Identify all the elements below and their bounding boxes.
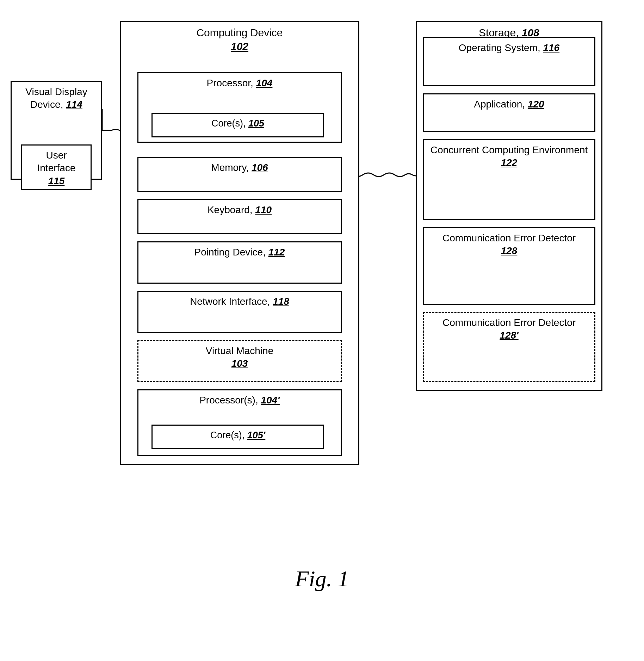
cores-label: Core(s),: [211, 118, 248, 129]
pointing-device-box: Pointing Device, 112: [137, 241, 342, 284]
cores-bottom-box: Core(s), 105': [151, 425, 324, 449]
operating-system-label: Operating System,: [459, 42, 543, 53]
cores-ref: 105: [248, 118, 264, 129]
memory-ref: 106: [252, 162, 268, 173]
processor-label: Processor,: [207, 78, 256, 88]
keyboard-box: Keyboard, 110: [137, 199, 342, 234]
comm-error-solid-label: Communication Error Detector: [442, 233, 576, 243]
virtual-machine-label: Virtual Machine: [206, 345, 273, 356]
network-interface-label: Network Interface,: [190, 296, 273, 307]
virtual-machine-box: Virtual Machine 103: [137, 340, 342, 382]
operating-system-box: Operating System, 116: [423, 37, 595, 86]
user-interface-box: User Interface 115: [21, 144, 92, 190]
keyboard-label: Keyboard,: [208, 204, 255, 215]
pointing-device-ref: 112: [268, 247, 285, 258]
processors-bottom-label: Processor(s),: [199, 395, 261, 406]
memory-box: Memory, 106: [137, 157, 342, 192]
processors-bottom-ref: 104': [261, 395, 279, 406]
cores-box: Core(s), 105: [151, 113, 324, 137]
concurrent-computing-label: Concurrent Computing Environment: [431, 144, 588, 155]
cores-bottom-ref: 105': [247, 430, 265, 440]
network-interface-box: Network Interface, 118: [137, 291, 342, 333]
operating-system-ref: 116: [543, 42, 559, 53]
concurrent-computing-ref: 122: [501, 157, 518, 168]
comm-error-dashed-label: Communication Error Detector: [442, 317, 576, 328]
concurrent-computing-box: Concurrent Computing Environment 122: [423, 139, 595, 220]
application-label: Application,: [474, 99, 528, 110]
comm-error-dashed-ref: 128': [500, 330, 518, 341]
comm-error-solid-box: Communication Error Detector 128: [423, 227, 595, 305]
user-interface-ref: 115: [48, 175, 65, 186]
pointing-device-label: Pointing Device,: [194, 247, 268, 258]
virtual-machine-ref: 103: [231, 358, 248, 369]
application-ref: 120: [528, 99, 544, 110]
visual-display-ref: 114: [66, 99, 82, 110]
network-interface-ref: 118: [273, 296, 289, 307]
processor-ref: 104: [256, 78, 273, 88]
figure-caption: Fig. 1: [0, 566, 644, 592]
fig-caption-text: Fig. 1: [295, 566, 349, 591]
user-interface-label: User Interface: [37, 150, 76, 173]
application-box: Application, 120: [423, 93, 595, 132]
comm-error-dashed-box: Communication Error Detector 128': [423, 312, 595, 382]
comm-error-solid-ref: 128: [501, 245, 518, 256]
keyboard-ref: 110: [255, 204, 272, 215]
cores-bottom-label: Core(s),: [210, 430, 247, 440]
memory-label: Memory,: [211, 162, 252, 173]
computing-device-ref: 102: [231, 41, 248, 52]
computing-device-label: Computing Device: [196, 27, 283, 38]
